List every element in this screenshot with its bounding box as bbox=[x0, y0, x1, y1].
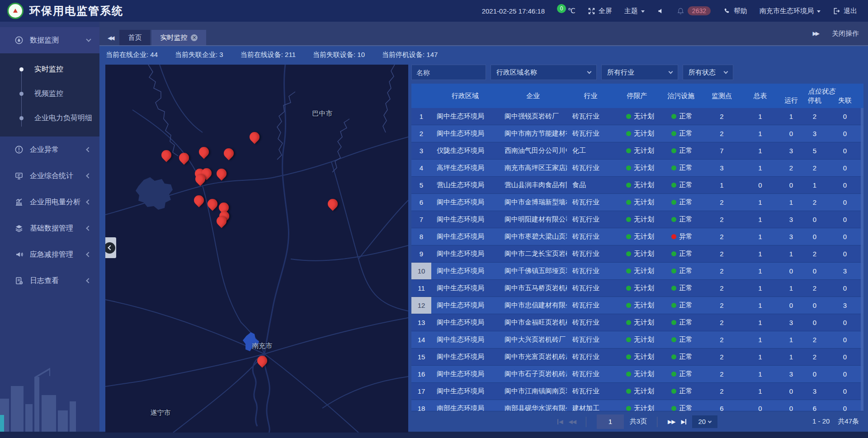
status-dot-icon bbox=[671, 354, 676, 359]
tabs-scroll-left-icon[interactable]: ◀◀ bbox=[108, 35, 113, 41]
monitor-count-cell: 2 bbox=[703, 194, 741, 211]
map-collapse-handle[interactable] bbox=[105, 237, 116, 258]
sidebar-submenu: 实时监控 视频监控 企业电力负荷明细 bbox=[0, 53, 99, 137]
close-operations-button[interactable]: 关闭操作 bbox=[832, 29, 859, 38]
table-row[interactable]: 7阆中生态环境局阆中明阳建材有限公司砖瓦行业无计划正常21300 bbox=[411, 211, 863, 228]
dot-icon bbox=[19, 92, 24, 96]
sidebar-item-label: 企业用电量分析 bbox=[30, 198, 87, 207]
sidebar-item-power-analysis[interactable]: 企业用电量分析 bbox=[0, 189, 99, 215]
status-dot-icon bbox=[671, 131, 676, 136]
table-row[interactable]: 4高坪生态环境局南充市高坪区王家店建砖瓦行业无计划正常31220 bbox=[411, 160, 863, 177]
region-cell: 阆中生态环境局 bbox=[431, 297, 499, 314]
sidebar-item-company-abnormal[interactable]: 企业异常 bbox=[0, 137, 99, 163]
meter-count-cell: 1 bbox=[741, 228, 779, 245]
name-search-input[interactable] bbox=[411, 65, 486, 80]
table-row[interactable]: 15阆中生态环境局阆中市光富页岩机砖厂砖瓦行业无计划正常21120 bbox=[411, 349, 863, 366]
scrollbar[interactable] bbox=[861, 108, 863, 411]
status-dot-icon bbox=[671, 286, 676, 291]
notifications[interactable]: 2632 bbox=[677, 6, 711, 15]
sidebar-item-power-load-detail[interactable]: 企业电力负荷明细 bbox=[0, 106, 99, 130]
presentation-board-icon bbox=[14, 171, 24, 180]
status-dot-icon bbox=[671, 406, 676, 411]
status-dot-icon bbox=[626, 131, 631, 136]
industry-cell: 砖瓦行业 bbox=[567, 331, 614, 348]
sidebar-item-label: 实时监控 bbox=[34, 65, 63, 74]
stopped-count-cell: 2 bbox=[803, 349, 826, 365]
table-row[interactable]: 16阆中生态环境局阆中市石子页岩机砖厂砖瓦行业无计划正常21300 bbox=[411, 366, 863, 383]
treatment-status-cell: 正常 bbox=[660, 108, 703, 125]
speaker-icon bbox=[657, 7, 665, 15]
prev-page-button[interactable]: ◀◀ bbox=[568, 419, 576, 425]
monitor-count-cell: 2 bbox=[703, 245, 741, 262]
sidebar-item-emergency-reduction[interactable]: 应急减排管理 bbox=[0, 241, 99, 268]
region-cell: 阆中生态环境局 bbox=[431, 383, 499, 400]
company-cell: 营山县润丰肉食品有限 bbox=[499, 177, 567, 193]
stopped-count-cell: 6 bbox=[803, 400, 826, 411]
column-group-point-status: 点位状态 bbox=[779, 84, 863, 96]
table-row[interactable]: 5营山生态环境局营山县润丰肉食品有限食品无计划正常10010 bbox=[411, 177, 863, 194]
stopped-count-cell: 3 bbox=[803, 125, 826, 142]
tab-close-icon[interactable]: ✕ bbox=[191, 34, 198, 41]
status-item: 当前在线企业: 44 bbox=[106, 51, 158, 59]
filter-bar: 行政区域名称 所有行业 所有状态 bbox=[411, 65, 863, 80]
company-cell: 阆中大兴页岩机砖厂 bbox=[499, 331, 567, 348]
sidebar-item-video-monitor[interactable]: 视频监控 bbox=[0, 81, 99, 106]
first-page-button[interactable]: ◀ bbox=[557, 419, 562, 425]
sidebar-item-log-view[interactable]: 日志查看 bbox=[0, 268, 99, 294]
table-row[interactable]: 17阆中生态环境局阆中市江南镇阆南页岩砖瓦行业无计划正常21030 bbox=[411, 383, 863, 400]
sound-button[interactable] bbox=[657, 7, 665, 15]
offline-count-cell: 3 bbox=[826, 263, 863, 279]
stopped-count-cell: 2 bbox=[803, 108, 826, 125]
region-cell: 阆中生态环境局 bbox=[431, 211, 499, 228]
status-dot-icon bbox=[626, 114, 631, 119]
table-row[interactable]: 12阆中生态环境局阆中市忠信建材有限公砖瓦行业无计划正常21003 bbox=[411, 297, 863, 314]
sidebar-item-label: 日志查看 bbox=[30, 276, 87, 286]
last-page-button[interactable]: ▶ bbox=[681, 419, 686, 425]
industry-select[interactable]: 所有行业 bbox=[601, 65, 678, 80]
production-status-cell: 无计划 bbox=[614, 366, 660, 382]
sidebar-item-realtime-monitor[interactable]: 实时监控 bbox=[0, 57, 99, 81]
company-cell: 阆中市石子页岩机砖厂 bbox=[499, 366, 567, 382]
next-page-button[interactable]: ▶▶ bbox=[668, 419, 675, 425]
phone-icon bbox=[723, 7, 731, 15]
help-button[interactable]: 帮助 bbox=[723, 7, 747, 15]
region-cell: 营山生态环境局 bbox=[431, 177, 499, 193]
status-select[interactable]: 所有状态 bbox=[683, 65, 733, 80]
table-row[interactable]: 2阆中生态环境局阆中市南方节能建材有砖瓦行业无计划正常21030 bbox=[411, 125, 863, 142]
org-dropdown[interactable]: 南充市生态环境局 bbox=[760, 7, 821, 15]
tab-home[interactable]: 首页 bbox=[119, 30, 150, 45]
page-size-select[interactable]: 20 bbox=[692, 415, 717, 428]
status-dot-icon bbox=[626, 217, 631, 222]
map[interactable]: 巴中市南充市遂宁市 bbox=[105, 65, 408, 433]
fullscreen-button[interactable]: 全屏 bbox=[588, 7, 612, 15]
sidebar-item-base-data[interactable]: 基础数据管理 bbox=[0, 215, 99, 241]
table-row[interactable]: 10阆中生态环境局阆中千佛镇五郎垭页岩砖瓦行业无计划正常21003 bbox=[411, 263, 863, 280]
table-row[interactable]: 3仪陇生态环境局西南油气田分公司川中化工无计划正常71350 bbox=[411, 142, 863, 160]
page-number-input[interactable] bbox=[597, 414, 624, 429]
table-row[interactable]: 9阆中生态环境局阆中市二龙长宝页岩砖砖瓦行业无计划正常21120 bbox=[411, 245, 863, 263]
table-row[interactable]: 1阆中生态环境局阆中强锐页岩砖厂砖瓦行业无计划正常21120 bbox=[411, 108, 863, 125]
app-logo-icon bbox=[7, 3, 24, 19]
logout-button[interactable]: 退出 bbox=[833, 7, 857, 15]
sidebar-item-company-statistics[interactable]: 企业综合统计 bbox=[0, 163, 99, 189]
production-status-cell: 无计划 bbox=[614, 228, 660, 245]
tabs-scroll-right-icon[interactable]: ▶▶ bbox=[813, 30, 818, 37]
table-row[interactable]: 13阆中生态环境局阆中市金福旺页岩机砖砖瓦行业无计划正常21300 bbox=[411, 314, 863, 331]
table-row[interactable]: 18南部生态环境局南部县砚华水泥有限公建材加工无计划正常60060 bbox=[411, 400, 863, 411]
status-dot-icon bbox=[626, 337, 631, 342]
running-count-cell: 2 bbox=[779, 160, 803, 176]
sidebar-item-data-monitoring[interactable]: 数据监测 bbox=[0, 27, 99, 53]
meter-count-cell: 0 bbox=[741, 400, 779, 411]
table-row[interactable]: 14阆中生态环境局阆中大兴页岩机砖厂砖瓦行业无计划正常21120 bbox=[411, 331, 863, 349]
tab-realtime-monitor[interactable]: 实时监控 ✕ bbox=[151, 30, 206, 45]
treatment-status-cell: 正常 bbox=[660, 263, 703, 279]
region-select[interactable]: 行政区域名称 bbox=[491, 65, 597, 80]
theme-dropdown[interactable]: 主题 bbox=[624, 7, 645, 15]
treatment-status-cell: 正常 bbox=[660, 331, 703, 348]
production-status-cell: 无计划 bbox=[614, 297, 660, 314]
chevron-down-icon bbox=[669, 70, 673, 74]
table-row[interactable]: 6阆中生态环境局阆中市金博瑞新型墙材砖瓦行业无计划正常21120 bbox=[411, 194, 863, 211]
table-row[interactable]: 11阆中生态环境局阆中市五马桥页岩机砖砖瓦行业无计划正常21120 bbox=[411, 280, 863, 297]
table-row[interactable]: 8阆中生态环境局阆中市枣碧大梁山页岩砖瓦行业无计划异常21300 bbox=[411, 228, 863, 245]
column-header-company: 企业 bbox=[499, 84, 567, 108]
